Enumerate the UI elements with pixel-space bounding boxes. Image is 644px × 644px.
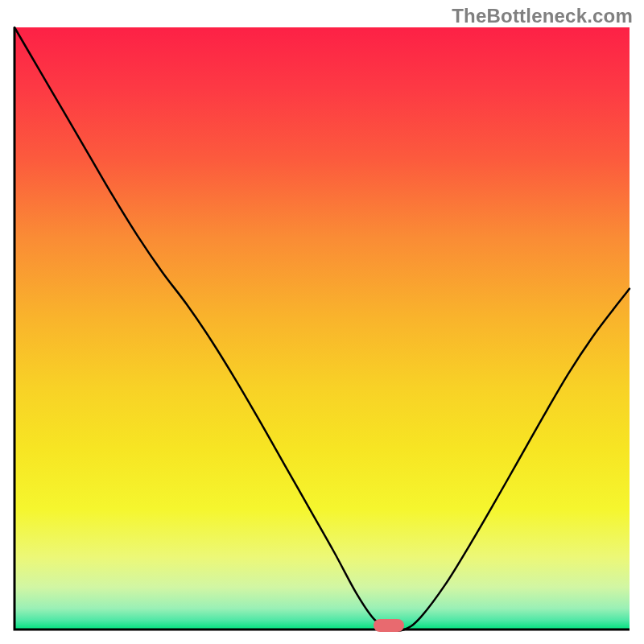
bottleneck-chart xyxy=(0,0,644,644)
optimal-point-marker xyxy=(374,619,404,632)
watermark-text: TheBottleneck.com xyxy=(452,5,633,27)
chart-frame: TheBottleneck.com xyxy=(0,0,644,644)
plot-background xyxy=(14,27,630,630)
